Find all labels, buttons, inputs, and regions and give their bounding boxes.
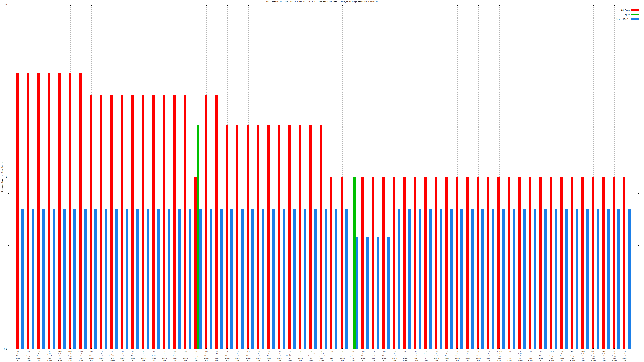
x-tick-label-line: 3.: [264, 353, 275, 355]
x-axis-tick: [436, 5, 437, 6]
x-tick-label-line: list.: [452, 355, 463, 357]
x-axis-tick: [290, 5, 290, 6]
x-tick-label-line: 12@: [620, 351, 630, 353]
x-tick-label-line: Y.: [452, 353, 463, 355]
x-axis-tick: [510, 5, 510, 6]
x-axis-tick: [269, 5, 270, 6]
legend-swatch: [631, 14, 639, 15]
x-tick-label-line: 3 hops: [274, 362, 285, 362]
x-tick-label-line: org: [159, 359, 170, 362]
bar-score: [534, 209, 536, 349]
x-axis-tick: [196, 5, 196, 6]
bar-not-spam: [173, 95, 176, 349]
x-tick-label-line: dnswl.: [13, 357, 24, 360]
x-tick-label: 4@dnsbl.sorbs.net2 hops: [525, 351, 536, 362]
x-tick-label-line: isipp.: [54, 355, 66, 357]
x-tick-label-line: dnswl.: [431, 357, 442, 360]
x-tick-label-line: 6@: [484, 351, 494, 353]
x-tick-label-line: net: [316, 357, 327, 360]
x-axis-tick: [280, 348, 280, 349]
x-tick-label-line: 4 hops: [368, 362, 379, 362]
x-axis-tick: [50, 348, 50, 349]
x-tick-label-line: 3@: [410, 351, 421, 353]
bar-score: [628, 209, 630, 349]
bar-not-spam: [508, 177, 510, 349]
bar-not-spam: [476, 177, 479, 349]
bar-score: [21, 209, 24, 349]
x-tick-label-line: org: [170, 359, 180, 362]
x-tick-label-line: list.: [473, 355, 484, 357]
x-axis-tick: [60, 348, 60, 349]
x-tick-label-line: 1 hop: [295, 362, 306, 362]
x-tick-label-line: 1 hop: [232, 362, 243, 362]
x-tick-label-line: 14@: [128, 351, 139, 353]
bar-score: [471, 209, 474, 349]
x-tick-label-line: Y.: [620, 353, 630, 355]
x-axis-tick: [102, 5, 102, 6]
x-axis-tick: [426, 5, 426, 6]
x-tick-label-line: isipp.: [23, 355, 34, 357]
x-tick-label-line: iadb.: [578, 353, 588, 355]
x-tick-label-line: sorbs.: [212, 359, 222, 362]
x-axis-tick: [91, 348, 92, 349]
x-tick-label-line: 1.: [442, 353, 452, 355]
x-tick-label: 2@0.list.dnswl.org1 hop: [295, 351, 306, 362]
x-tick-label-line: spamhaus.: [347, 355, 358, 357]
x-tick-label-line: 36407@: [546, 351, 557, 353]
x-tick-label-line: 2.: [222, 353, 233, 355]
x-tick-label-line: ips.: [107, 353, 118, 355]
x-tick-label-line: 5 hops: [337, 362, 348, 362]
x-tick-label-line: 2@: [285, 351, 296, 353]
bar-score: [324, 209, 327, 349]
y-axis-major-tick: [636, 5, 639, 5]
x-tick-label-line: 2ff01.: [598, 351, 610, 353]
x-tick-label-line: dnswl.: [368, 357, 379, 360]
x-tick-label: 15@Y.list.dnswl.org3 hops: [274, 351, 285, 362]
x-tick-label-line: dnswl.: [379, 357, 390, 360]
x-axis-tick: [102, 348, 102, 349]
x-tick-label: 14@3.list.dnswl.org1 hop: [128, 351, 139, 362]
x-tick-label-line: list.: [368, 355, 379, 357]
x-axis-tick: [594, 348, 594, 349]
x-tick-label-line: org: [86, 359, 97, 362]
x-tick-label-line: 2 hops: [525, 359, 536, 362]
bar-not-spam: [205, 95, 207, 349]
x-tick-label: 6@Y.list.dnswl.org3 hops: [452, 351, 463, 362]
x-axis-tick: [259, 5, 259, 6]
bar-not-spam: [362, 177, 364, 349]
x-tick-label-line: net: [504, 357, 515, 360]
x-tick-label-line: 3.: [379, 353, 390, 355]
x-tick-label: 7@1.list.dnswl.org1 hop: [442, 351, 452, 362]
x-tick-label: 65c90a.iadb.isipp.com1 hop: [65, 351, 76, 362]
x-tick-label-line: Y.: [201, 353, 212, 355]
x-tick-label: 36407@iadb.isipp.com2 hops: [546, 351, 557, 362]
x-tick-label-line: 11@: [389, 351, 400, 353]
x-tick-label-line: 1.: [557, 353, 568, 355]
x-tick-label-line: sorbs.: [149, 357, 160, 360]
x-tick-label-line: bl.: [190, 353, 202, 355]
x-tick-label-line: old.: [212, 353, 222, 355]
x-tick-label-line: 6@: [212, 351, 222, 353]
x-axis-tick: [416, 348, 416, 349]
x-tick-label-line: 2 hops: [86, 362, 97, 362]
x-tick-label-line: spam.: [212, 355, 222, 357]
bar-not-spam: [37, 73, 40, 349]
legend-label: Spam: [586, 14, 630, 16]
bar-score: [513, 209, 516, 349]
bar-score: [482, 209, 484, 349]
bar-not-spam: [16, 73, 19, 349]
x-axis-tick: [426, 348, 426, 349]
x-tick-label: 11@2.list.dnswl.org4 hops: [389, 351, 400, 362]
x-tick-label-line: psbl.: [44, 353, 55, 355]
x-tick-label-line: net: [149, 359, 160, 362]
bar-score: [345, 209, 348, 349]
bar-not-spam: [581, 177, 584, 349]
bar-not-spam: [268, 125, 270, 349]
x-tick-label-line: 4 hops: [190, 359, 202, 362]
bar-score: [502, 209, 505, 349]
y-axis-minor-tick: [638, 21, 639, 22]
x-axis-tick: [342, 5, 342, 6]
bar-not-spam: [414, 177, 416, 349]
x-tick-label-line: 2 hops: [609, 359, 620, 362]
x-tick-label-line: 1 hop: [117, 362, 128, 362]
